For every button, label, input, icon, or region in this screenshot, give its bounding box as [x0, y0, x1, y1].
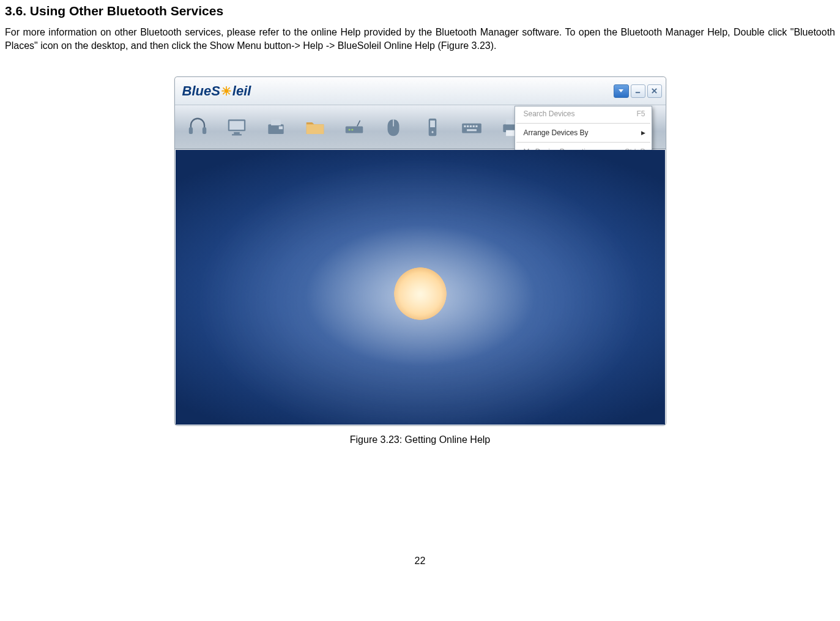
svg-rect-24	[475, 125, 477, 127]
svg-rect-22	[469, 125, 471, 127]
menu-item-label: Search Devices	[524, 110, 575, 118]
sun-icon: ☀	[221, 84, 232, 99]
menu-arrange-devices[interactable]: Arrange Devices By ▶	[515, 125, 652, 140]
client-area	[176, 150, 665, 425]
svg-rect-17	[430, 121, 435, 127]
svg-rect-3	[188, 127, 192, 134]
svg-rect-21	[467, 125, 469, 127]
figure-caption: Figure 3.23: Getting Online Help	[5, 434, 835, 445]
svg-point-18	[431, 131, 433, 133]
titlebar: BlueS☀leil	[175, 77, 666, 105]
svg-point-13	[348, 128, 350, 130]
svg-rect-19	[462, 123, 481, 133]
svg-rect-12	[345, 126, 363, 133]
svg-rect-7	[234, 132, 240, 134]
keyboard-icon[interactable]	[455, 111, 488, 144]
close-button[interactable]	[647, 84, 662, 98]
mouse-icon[interactable]	[377, 111, 410, 144]
svg-rect-6	[229, 121, 244, 129]
page-number: 22	[5, 556, 835, 567]
app-brand: BlueS☀leil	[182, 83, 251, 99]
section-paragraph: For more information on other Bluetooth …	[5, 26, 835, 52]
svg-rect-10	[271, 119, 281, 125]
modem-icon[interactable]	[338, 111, 371, 144]
svg-point-14	[351, 128, 353, 130]
svg-rect-25	[467, 129, 477, 131]
svg-rect-4	[202, 127, 206, 134]
phone-icon[interactable]	[416, 111, 449, 144]
menu-separator	[516, 142, 650, 143]
folder-share-icon[interactable]	[299, 111, 332, 144]
menu-separator	[516, 123, 650, 124]
brand-prefix: BlueS	[182, 83, 220, 99]
galaxy-swirl-graphic	[176, 150, 665, 425]
menu-search-devices[interactable]: Search Devices F5	[515, 106, 652, 121]
submenu-arrow-icon: ▶	[641, 130, 645, 136]
svg-rect-23	[472, 125, 474, 127]
fax-icon[interactable]	[259, 111, 292, 144]
svg-rect-11	[278, 126, 282, 129]
bluesoleil-window: BlueS☀leil Search Devices F5	[174, 76, 666, 426]
section-heading: 3.6. Using Other Bluetooth Services	[5, 4, 835, 18]
brand-suffix: leil	[232, 83, 251, 99]
menu-item-accel: F5	[636, 110, 645, 118]
svg-rect-20	[464, 125, 466, 127]
monitor-icon[interactable]	[220, 111, 253, 144]
window-controls	[614, 84, 662, 98]
menu-item-label: Arrange Devices By	[524, 128, 589, 137]
svg-rect-8	[232, 134, 242, 135]
headset-icon[interactable]	[181, 111, 214, 144]
minimize-button[interactable]	[631, 84, 645, 98]
show-menu-button[interactable]	[614, 84, 629, 98]
